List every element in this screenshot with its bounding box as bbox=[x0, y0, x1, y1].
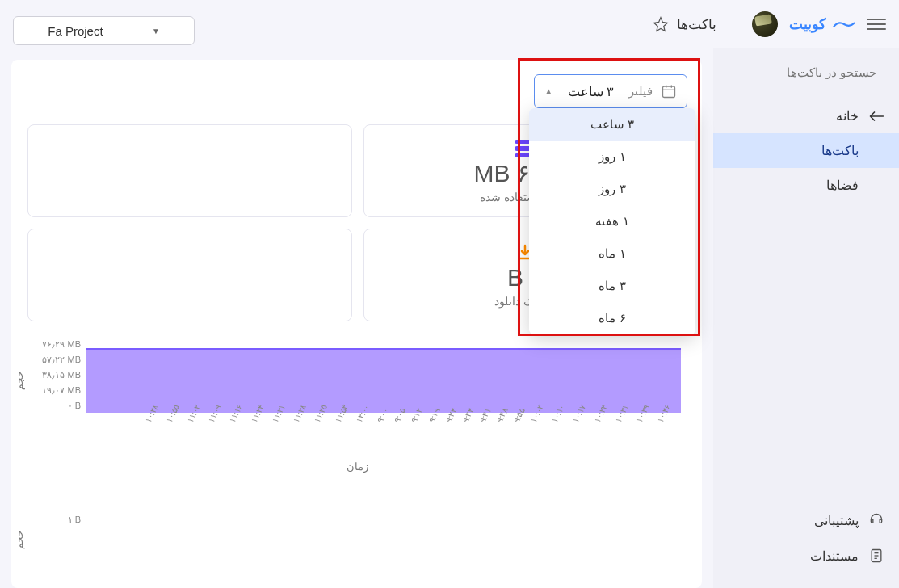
wave-icon bbox=[833, 18, 855, 31]
nav-buckets[interactable]: باکت‌ها bbox=[713, 133, 899, 168]
caret-down-icon: ▼ bbox=[152, 27, 160, 36]
filter-option[interactable]: ۱ روز bbox=[529, 141, 695, 173]
y-tick: ۱ B bbox=[27, 514, 81, 525]
breadcrumb[interactable]: باکت‌ها bbox=[677, 16, 716, 33]
y-axis-label: حجم bbox=[14, 531, 25, 549]
arrow-left-icon bbox=[868, 111, 884, 122]
nav-label: پشتیبانی bbox=[814, 513, 859, 528]
headset-icon bbox=[868, 512, 884, 528]
sidebar-bottom: پشتیبانی مستندات bbox=[713, 502, 899, 573]
nav-label: فضاها bbox=[826, 178, 859, 193]
nav-label: باکت‌ها bbox=[821, 143, 859, 158]
project-selector[interactable]: ▼ Fa Project bbox=[13, 16, 195, 45]
chart-series-line bbox=[86, 348, 681, 350]
brand-name: کوبیت bbox=[789, 15, 826, 33]
filter-selected-value: ۳ ساعت bbox=[568, 84, 614, 99]
sidebar-search[interactable] bbox=[713, 57, 899, 87]
time-filter-dropdown: ۳ ساعت۱ روز۳ روز۱ هفته۱ ماه۳ ماه۶ ماه bbox=[529, 108, 695, 334]
calendar-icon bbox=[661, 83, 677, 99]
x-ticks: ۱۰:۴۸۱۰:۵۵۱۱:۰۲۱۱:۰۹۱۱:۱۶۱۱:۲۴۱۱:۳۱۱۱:۳۸… bbox=[144, 415, 674, 457]
filter-option[interactable]: ۶ ماه bbox=[529, 302, 695, 334]
filter-option[interactable]: ۳ ساعت bbox=[529, 108, 695, 141]
filter-row: فیلتر ۳ ساعت ▲ bbox=[27, 74, 687, 108]
stat-upload-traffic: آپلود bbox=[27, 229, 352, 321]
nav-docs[interactable]: مستندات bbox=[713, 538, 899, 573]
chart-background bbox=[86, 346, 681, 413]
filter-label: فیلتر bbox=[628, 84, 653, 99]
stat-objects: ت‌ها bbox=[27, 124, 352, 217]
filter-option[interactable]: ۳ روز bbox=[529, 173, 695, 205]
user-avatar[interactable] bbox=[752, 11, 778, 37]
menu-button[interactable] bbox=[867, 19, 886, 30]
chart-plot-area[interactable]: ۱۰:۴۸۱۰:۵۵۱۱:۰۲۱۱:۰۹۱۱:۱۶۱۱:۲۴۱۱:۳۱۱۱:۳۸… bbox=[86, 336, 681, 457]
doc-icon bbox=[868, 548, 884, 564]
usage-chart: حجم ۷۶٫۲۹ MB ۵۷٫۲۲ MB ۳۸٫۱۵ MB ۱۹٫۰۷ MB … bbox=[27, 336, 687, 472]
caret-up-icon: ▲ bbox=[544, 86, 553, 96]
star-icon[interactable] bbox=[653, 16, 669, 32]
y-axis-label: حجم bbox=[14, 372, 25, 390]
filter-option[interactable]: ۱ هفته bbox=[529, 205, 695, 237]
filter-option[interactable]: ۳ ماه bbox=[529, 270, 695, 302]
nav-support[interactable]: پشتیبانی bbox=[713, 502, 899, 538]
nav-list: خانه باکت‌ها فضاها bbox=[713, 99, 899, 203]
nav-home[interactable]: خانه bbox=[713, 99, 899, 133]
chart-area-fill bbox=[86, 348, 681, 413]
brand-logo[interactable]: کوبیت bbox=[789, 15, 855, 33]
svg-rect-6 bbox=[663, 86, 675, 97]
filter-option[interactable]: ۱ ماه bbox=[529, 237, 695, 270]
nav-spaces[interactable]: فضاها bbox=[713, 168, 899, 203]
y-ticks: ۷۶٫۲۹ MB ۵۷٫۲۲ MB ۳۸٫۱۵ MB ۱۹٫۰۷ MB ۰ B bbox=[27, 339, 81, 416]
project-selected-label: Fa Project bbox=[48, 24, 103, 38]
search-input[interactable] bbox=[723, 65, 876, 79]
x-axis-label: زمان bbox=[27, 460, 687, 472]
nav-label: خانه bbox=[836, 108, 859, 124]
sidebar: خانه باکت‌ها فضاها پشتیبانی مستندات bbox=[713, 48, 899, 588]
time-filter[interactable]: فیلتر ۳ ساعت ▲ bbox=[534, 74, 687, 108]
nav-label: مستندات bbox=[810, 548, 859, 564]
